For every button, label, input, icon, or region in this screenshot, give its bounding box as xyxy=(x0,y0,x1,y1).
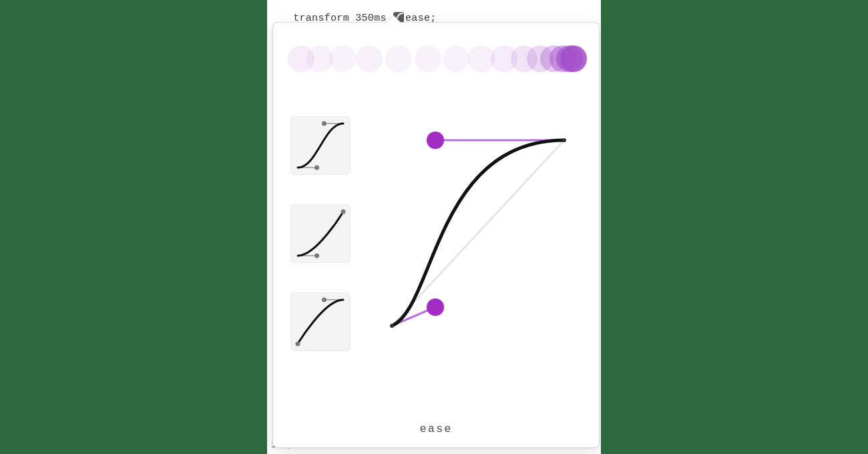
curve-start-point xyxy=(390,324,394,328)
preset-ease-out[interactable] xyxy=(290,292,351,351)
control-handle-2[interactable] xyxy=(427,132,444,149)
bezier-editor[interactable] xyxy=(388,136,568,330)
easing-preview-trail xyxy=(288,39,584,79)
control-handle-1[interactable] xyxy=(427,298,444,316)
svg-point-6 xyxy=(314,254,319,258)
trail-ball xyxy=(329,45,356,72)
preset-list xyxy=(290,116,355,381)
svg-point-7 xyxy=(341,210,346,214)
curve-name-label: ease xyxy=(273,423,599,435)
curve-end-point xyxy=(562,138,566,142)
trail-ball xyxy=(385,45,412,72)
trail-ball xyxy=(415,45,441,72)
trail-ball xyxy=(560,45,587,72)
svg-point-10 xyxy=(296,342,300,347)
preset-ease-in[interactable] xyxy=(290,204,351,263)
svg-point-2 xyxy=(314,166,319,170)
linear-reference-line xyxy=(392,140,564,326)
svg-point-11 xyxy=(322,298,327,302)
bezier-editor-popover: ease xyxy=(272,22,600,448)
preset-ease-in-out[interactable] xyxy=(290,116,351,175)
svg-point-3 xyxy=(322,122,327,126)
bezier-canvas xyxy=(388,136,568,330)
trail-ball xyxy=(443,45,469,72)
trail-ball xyxy=(356,45,383,72)
